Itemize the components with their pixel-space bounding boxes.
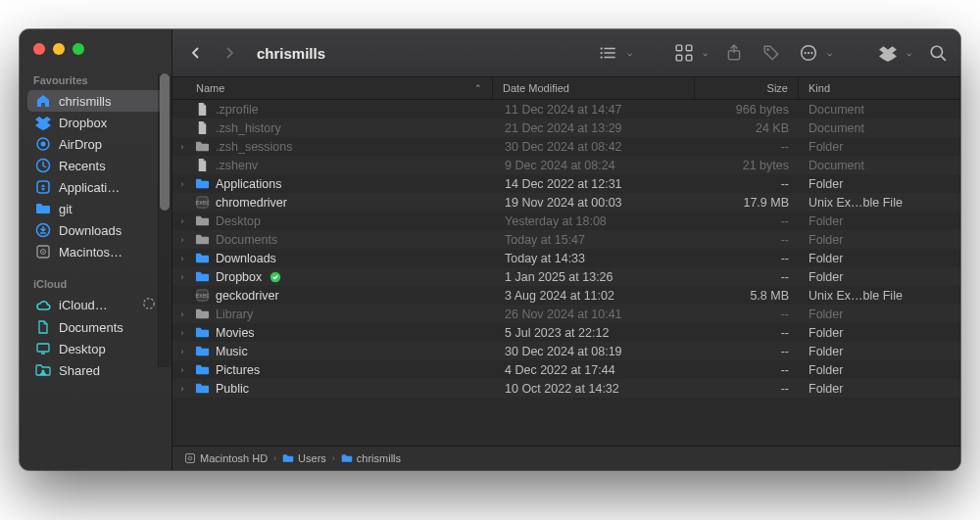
file-kind: Folder — [799, 326, 960, 340]
doc-icon — [35, 319, 51, 335]
sidebar-item-documents[interactable]: Documents — [27, 316, 164, 338]
file-size: 21 bytes — [696, 159, 799, 172]
finder-window: FavouriteschrismillsDropboxAirDropRecent… — [20, 29, 960, 470]
folder-icon — [194, 176, 210, 192]
chevron-down-icon: ⌵ — [703, 48, 708, 58]
path-segment[interactable]: Users — [282, 452, 326, 464]
file-row[interactable]: ›Music30 Dec 2024 at 08:19--Folder — [172, 342, 960, 360]
sidebar-item-airdrop[interactable]: AirDrop — [27, 133, 164, 155]
disclosure-triangle-icon[interactable]: › — [176, 347, 188, 356]
close-button[interactable] — [33, 43, 45, 55]
zoom-button[interactable] — [73, 43, 84, 55]
view-grid-button[interactable] — [673, 42, 695, 64]
search-button[interactable] — [927, 42, 949, 64]
home-icon — [35, 93, 51, 109]
sidebar-item-desktop[interactable]: Desktop — [27, 338, 164, 359]
sidebar-item-label: Desktop — [59, 342, 106, 356]
column-label: Date Modified — [503, 82, 569, 94]
file-row[interactable]: ›Pictures4 Dec 2022 at 17:44--Folder — [172, 360, 960, 379]
sidebar-item-macintos[interactable]: Macintos… — [27, 241, 164, 262]
chevron-right-icon: › — [332, 453, 335, 463]
toolbar-actions: ⌵ ⌵ ⌵ ⌵ — [598, 42, 949, 64]
disclosure-triangle-icon[interactable]: › — [176, 272, 188, 282]
column-kind[interactable]: Kind — [799, 77, 960, 99]
column-size[interactable]: Size — [695, 77, 799, 99]
folder-icon — [194, 362, 210, 378]
disclosure-triangle-icon[interactable]: › — [176, 216, 188, 226]
disclosure-triangle-icon[interactable]: › — [176, 142, 188, 152]
file-list[interactable]: .zprofile11 Dec 2024 at 14:47966 bytesDo… — [172, 100, 960, 446]
column-label: Kind — [808, 82, 830, 94]
disclosure-triangle-icon[interactable]: › — [176, 309, 188, 319]
sidebar-item-label: git — [59, 202, 73, 216]
clock-icon — [35, 158, 51, 173]
file-row[interactable]: ›Public10 Oct 2022 at 14:32--Folder — [172, 379, 960, 398]
dropbox-button[interactable] — [877, 42, 899, 64]
sidebar-item-shared[interactable]: Shared — [27, 359, 164, 381]
file-size: -- — [696, 270, 799, 284]
forward-button[interactable] — [218, 41, 241, 65]
file-size: -- — [696, 140, 799, 154]
column-name[interactable]: Name ⌃ — [172, 77, 493, 99]
folder-icon — [194, 344, 210, 359]
path-segment[interactable]: Macintosh HD — [184, 452, 268, 464]
share-button[interactable] — [723, 42, 745, 64]
file-row[interactable]: ›Library26 Nov 2024 at 10:41--Folder — [172, 305, 960, 323]
chevron-down-icon: ⌵ — [906, 48, 911, 58]
file-kind: Folder — [799, 177, 960, 191]
more-button[interactable] — [798, 42, 819, 64]
file-row[interactable]: ›Dropbox1 Jan 2025 at 13:26--Folder — [172, 267, 960, 286]
app-icon — [35, 179, 51, 195]
disclosure-triangle-icon[interactable]: › — [176, 384, 188, 394]
file-kind: Folder — [799, 233, 960, 247]
file-kind: Unix Ex…ble File — [799, 289, 960, 303]
sidebar-item-recents[interactable]: Recents — [27, 155, 164, 176]
sidebar-item-applicati[interactable]: Applicati… — [27, 176, 164, 198]
disclosure-triangle-icon[interactable]: › — [176, 254, 188, 263]
file-icon — [194, 102, 210, 118]
disclosure-triangle-icon[interactable]: › — [176, 179, 188, 189]
file-date: 26 Nov 2024 at 10:41 — [495, 307, 696, 321]
path-segment[interactable]: chrismills — [341, 452, 401, 464]
file-row[interactable]: ›Applications14 Dec 2022 at 12:31--Folde… — [172, 174, 960, 193]
disclosure-triangle-icon[interactable]: › — [176, 328, 188, 338]
sidebar-item-icloud[interactable]: iCloud… — [27, 294, 164, 316]
file-row[interactable]: ›DownloadsToday at 14:33--Folder — [172, 249, 960, 267]
path-bar[interactable]: Macintosh HD›Users›chrismills — [172, 446, 960, 470]
disclosure-triangle-icon[interactable]: › — [176, 235, 188, 245]
file-date: Today at 15:47 — [495, 233, 696, 247]
file-name: .zshenv — [216, 159, 258, 172]
file-kind: Document — [799, 103, 960, 117]
sidebar-item-downloads[interactable]: Downloads — [27, 219, 164, 241]
dropbox-icon — [35, 115, 51, 130]
file-row[interactable]: geckodriver3 Aug 2024 at 11:025.8 MBUnix… — [172, 286, 960, 305]
file-row[interactable]: .zsh_history21 Dec 2024 at 13:2924 KBDoc… — [172, 118, 960, 137]
minimize-button[interactable] — [53, 43, 65, 55]
sidebar-scrollbar[interactable] — [158, 73, 172, 367]
file-size: -- — [696, 307, 799, 321]
sidebar-item-git[interactable]: git — [27, 198, 164, 219]
file-row[interactable]: .zshenv9 Dec 2024 at 08:2421 bytesDocume… — [172, 156, 960, 174]
folder-icon — [194, 381, 210, 397]
back-button[interactable] — [184, 41, 208, 65]
file-row[interactable]: ›DesktopYesterday at 18:08--Folder — [172, 212, 960, 230]
sidebar-section-title: iCloud — [20, 274, 172, 294]
column-date-modified[interactable]: Date Modified — [493, 77, 695, 99]
view-list-button[interactable] — [598, 42, 619, 64]
file-row[interactable]: .zprofile11 Dec 2024 at 14:47966 bytesDo… — [172, 100, 960, 118]
file-row[interactable]: ›.zsh_sessions30 Dec 2024 at 08:42--Fold… — [172, 137, 960, 156]
file-kind: Folder — [799, 363, 960, 377]
sidebar-item-chrismills[interactable]: chrismills — [27, 90, 164, 112]
chevron-right-icon: › — [273, 453, 276, 463]
disclosure-triangle-icon[interactable]: › — [176, 365, 188, 375]
file-date: Today at 14:33 — [495, 252, 696, 265]
path-label: chrismills — [357, 452, 401, 464]
tags-button[interactable] — [760, 42, 782, 64]
file-row[interactable]: ›DocumentsToday at 15:47--Folder — [172, 230, 960, 249]
file-row[interactable]: chromedriver19 Nov 2024 at 00:0317.9 MBU… — [172, 193, 960, 212]
file-size: -- — [696, 233, 799, 247]
sidebar-item-dropbox[interactable]: Dropbox — [27, 112, 164, 133]
file-name: .zprofile — [216, 103, 259, 117]
file-date: 1 Jan 2025 at 13:26 — [495, 270, 696, 284]
file-row[interactable]: ›Movies5 Jul 2023 at 22:12--Folder — [172, 323, 960, 342]
